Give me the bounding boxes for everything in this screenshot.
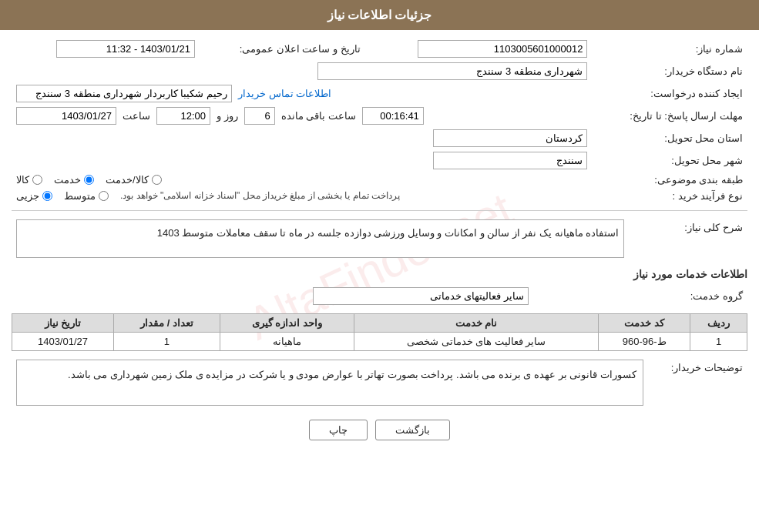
cell-tedad: 1: [113, 333, 220, 351]
farayand-motavasset-label: متوسط: [64, 190, 96, 202]
tabaqe-kala-label: کالا: [16, 174, 29, 186]
khadamat-section-title: اطلاعات خدمات مورد نیاز: [12, 268, 747, 280]
shomara-niaz-label: شماره نیاز:: [592, 38, 747, 60]
cell-vahed: ماهیانه: [220, 333, 354, 351]
cell-name: سایر فعالیت های خدماتی شخصی: [354, 333, 598, 351]
col-vahed: واحد اندازه گیری: [220, 314, 354, 333]
print-button[interactable]: چاپ: [309, 420, 368, 440]
farayand-motavasset-item[interactable]: متوسط: [64, 190, 109, 202]
tabaqe-khedmat-radio[interactable]: [84, 175, 94, 185]
table-row: 1ط-96-960سایر فعالیت های خدماتی شخصیماهی…: [12, 333, 747, 351]
farayand-motavasset-radio[interactable]: [99, 191, 109, 201]
shahr-input[interactable]: [433, 152, 587, 169]
goroh-input[interactable]: [313, 287, 529, 305]
baqi-label: ساعت باقی مانده: [281, 110, 356, 122]
page-title: جزئیات اطلاعات نیاز: [0, 0, 759, 30]
sharh-label: شرح کلی نیاز:: [629, 217, 747, 260]
sharh-value: استفاده ماهیانه یک نفر از سالن و امکانات…: [16, 219, 624, 258]
ijad-konande-label: ایجاد کننده درخواست:: [592, 82, 747, 105]
button-row: بازگشت چاپ: [12, 420, 747, 440]
shahr-label: شهر محل تحویل:: [592, 149, 747, 172]
col-tedad: تعداد / مقدار: [113, 314, 220, 333]
cell-radif: 1: [690, 333, 747, 351]
mohlat-saat-input[interactable]: [156, 107, 210, 125]
tabaqe-label: طبقه بندی موضوعی:: [592, 172, 747, 188]
cell-kod: ط-96-960: [599, 333, 690, 351]
farayand-jozii-radio[interactable]: [42, 191, 52, 201]
tarikhe-elan-input[interactable]: [56, 40, 195, 58]
tabaqe-khedmat-label: خدمت: [54, 174, 81, 186]
tabaqe-kala-item[interactable]: کالا: [16, 174, 42, 186]
name-dastgah-input[interactable]: [317, 62, 587, 80]
col-kod: کد خدمت: [599, 314, 690, 333]
rooz-label: روز و: [217, 110, 238, 122]
ostan-input[interactable]: [433, 129, 587, 147]
cell-tarikh: 1403/01/27: [12, 333, 114, 351]
ettelaat-tamas-link[interactable]: اطلاعات تماس خریدار: [238, 88, 331, 99]
back-button[interactable]: بازگشت: [375, 420, 450, 440]
nooe-farayand-label: نوع فرآیند خرید :: [592, 188, 747, 204]
name-dastgah-label: نام دستگاه خریدار:: [592, 60, 747, 82]
mohlat-date-input[interactable]: [16, 107, 116, 125]
services-table: ردیف کد خدمت نام خدمت واحد اندازه گیری ت…: [12, 313, 747, 351]
saat-label: ساعت: [123, 110, 150, 122]
col-tarikh: تاریخ نیاز: [12, 314, 114, 333]
farayand-desc: پرداخت تمام یا بخشی از مبلغ خریداز محل "…: [120, 190, 400, 201]
tabaqe-kala-khedmat-item[interactable]: کالا/خدمت: [106, 174, 162, 186]
rooz-value-input[interactable]: [244, 107, 275, 125]
tarikhe-elan-label: تاریخ و ساعت اعلان عمومی:: [200, 38, 365, 60]
tabaqe-kala-khedmat-label: کالا/خدمت: [106, 174, 149, 186]
col-name: نام خدمت: [354, 314, 598, 333]
tabaqe-khedmat-item[interactable]: خدمت: [54, 174, 94, 186]
ijad-konande-input[interactable]: [16, 85, 232, 102]
farayand-jozii-label: جزیی: [16, 190, 39, 202]
tabaqe-kala-khedmat-radio[interactable]: [152, 175, 162, 185]
tabaqe-kala-radio[interactable]: [32, 175, 42, 185]
mohlat-label: مهلت ارسال پاسخ: تا تاریخ:: [592, 105, 747, 127]
shomara-niaz-input[interactable]: [418, 40, 587, 58]
farayand-jozii-item[interactable]: جزیی: [16, 190, 52, 202]
ostan-label: استان محل تحویل:: [592, 127, 747, 149]
goroh-label: گروه خدمت:: [533, 285, 747, 307]
col-radif: ردیف: [690, 314, 747, 333]
tawzih-value: کسورات قانونی بر عهده ی برنده می باشد. پ…: [16, 360, 643, 406]
tawzih-label: توضیحات خریدار:: [648, 357, 747, 408]
baqi-value-input[interactable]: [362, 107, 424, 125]
